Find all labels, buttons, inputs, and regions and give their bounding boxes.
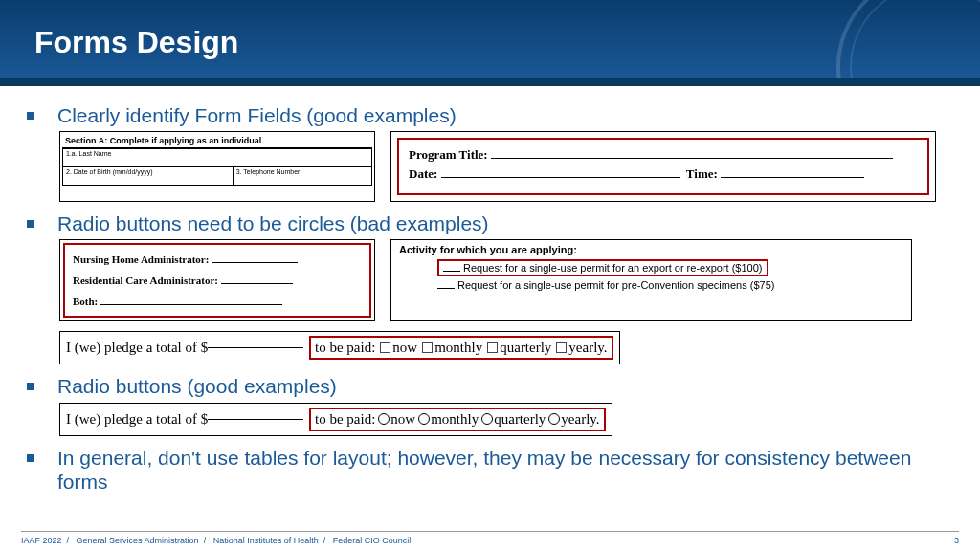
- footer-credits: IAAF 2022/ General Services Administrati…: [21, 536, 411, 545]
- radio-icon: [418, 413, 430, 425]
- radio-icon: [481, 413, 493, 425]
- nursing-example: Nursing Home Administrator: Residential …: [59, 239, 375, 321]
- bullet-icon: [27, 220, 34, 228]
- example-row-3: I (we) pledge a total of $ to be paid: n…: [59, 331, 953, 364]
- nurse-line-2: Residential Care Administrator:: [73, 270, 362, 291]
- bullet-text: Radio buttons (good examples): [57, 374, 337, 398]
- bullet-icon: [27, 454, 34, 462]
- bullet-4: In general, don't use tables for layout;…: [27, 446, 953, 494]
- activity-example: Activity for which you are applying: Req…: [390, 239, 912, 321]
- checkbox-icon: [380, 342, 390, 353]
- content-area: Clearly identify Form Fields (good examp…: [0, 86, 980, 494]
- bullet-text: In general, don't use tables for layout;…: [57, 446, 953, 494]
- slide-header: Forms Design: [0, 0, 980, 86]
- example-row-4: I (we) pledge a total of $ to be paid: n…: [59, 403, 953, 436]
- bullet-1: Clearly identify Form Fields (good examp…: [27, 103, 953, 127]
- bullet-icon: [27, 112, 34, 120]
- pledge-bad-example: I (we) pledge a total of $ to be paid: n…: [59, 331, 620, 364]
- radio-icon: [548, 413, 560, 425]
- bullet-text: Radio buttons need to be circles (bad ex…: [57, 211, 489, 235]
- bullet-text: Clearly identify Form Fields (good examp…: [57, 103, 457, 127]
- checkbox-icon: [422, 342, 433, 353]
- date-time-line: Date: Time:: [409, 166, 918, 182]
- field-phone: 3. Telephone Number: [233, 167, 371, 186]
- field-last-name: 1.a. Last Name: [63, 149, 372, 167]
- activity-option-2: Request for a single-use permit for pre-…: [437, 279, 903, 291]
- example-row-1: Section A: Complete if applying as an in…: [59, 131, 953, 202]
- page-number: 3: [954, 536, 959, 545]
- section-a-example: Section A: Complete if applying as an in…: [59, 131, 375, 202]
- field-dob: 2. Date of Birth (mm/dd/yyyy): [63, 167, 234, 186]
- radio-icon: [378, 413, 390, 425]
- bullet-3: Radio buttons (good examples): [27, 374, 953, 398]
- program-title-line: Program Title:: [409, 147, 918, 163]
- nurse-line-1: Nursing Home Administrator:: [73, 249, 362, 270]
- footer: IAAF 2022/ General Services Administrati…: [21, 531, 959, 545]
- pledge-good-example: I (we) pledge a total of $ to be paid: n…: [59, 403, 612, 436]
- program-example: Program Title: Date: Time:: [390, 131, 936, 202]
- header-underline: [0, 78, 980, 86]
- page-title: Forms Design: [0, 0, 980, 60]
- seal-decoration: [836, 0, 980, 86]
- bullet-icon: [27, 383, 34, 390]
- section-a-title: Section A: Complete if applying as an in…: [62, 134, 372, 148]
- nurse-line-3: Both:: [73, 291, 362, 312]
- activity-option-1: Request for a single-use permit for an e…: [437, 259, 903, 276]
- bullet-2: Radio buttons need to be circles (bad ex…: [27, 211, 953, 235]
- example-row-2: Nursing Home Administrator: Residential …: [59, 239, 953, 321]
- activity-title: Activity for which you are applying:: [399, 244, 903, 255]
- checkbox-icon: [556, 342, 567, 353]
- checkbox-icon: [487, 342, 498, 353]
